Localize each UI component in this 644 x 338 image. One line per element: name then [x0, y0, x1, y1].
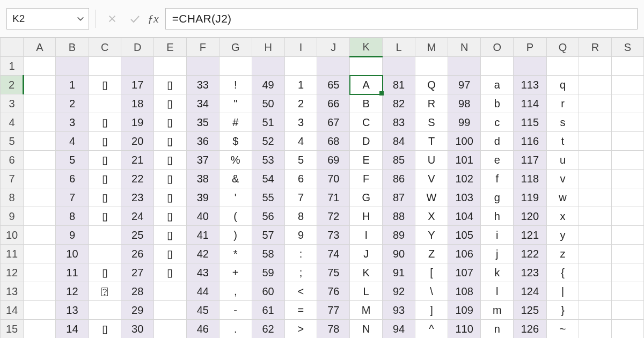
- cell[interactable]: 107: [448, 263, 480, 282]
- cell[interactable]: 23: [121, 188, 154, 207]
- cell[interactable]: m: [481, 301, 514, 320]
- cell[interactable]: ▯: [89, 132, 121, 151]
- cell[interactable]: ▯: [89, 151, 121, 170]
- cell[interactable]: [579, 245, 611, 263]
- cell[interactable]: I: [350, 226, 383, 245]
- cell[interactable]: 93: [383, 301, 415, 320]
- cell[interactable]: 119: [514, 188, 546, 207]
- cell[interactable]: 18: [121, 94, 154, 113]
- cell[interactable]: U: [415, 151, 448, 170]
- cell[interactable]: ⍰: [89, 282, 121, 301]
- cell[interactable]: [579, 188, 611, 207]
- cell[interactable]: ▯: [89, 320, 121, 339]
- select-all-corner[interactable]: [1, 38, 24, 57]
- cell[interactable]: [579, 320, 611, 339]
- cell[interactable]: [24, 207, 56, 226]
- cell[interactable]: [: [415, 263, 448, 282]
- cell[interactable]: *: [219, 245, 252, 263]
- cell[interactable]: [219, 57, 252, 76]
- cell[interactable]: [186, 57, 219, 76]
- cell[interactable]: ;: [284, 263, 317, 282]
- cell[interactable]: 70: [317, 170, 350, 188]
- cell[interactable]: l: [481, 282, 514, 301]
- cell[interactable]: 106: [448, 245, 480, 263]
- cell[interactable]: [24, 263, 56, 282]
- column-header[interactable]: A: [24, 38, 56, 57]
- cell[interactable]: c: [481, 113, 514, 132]
- cell[interactable]: [415, 57, 448, 76]
- cell[interactable]: ^: [415, 320, 448, 339]
- cell[interactable]: 28: [121, 282, 154, 301]
- cell[interactable]: Z: [415, 245, 448, 263]
- cell[interactable]: 82: [383, 94, 415, 113]
- cell[interactable]: 46: [186, 320, 219, 339]
- row-header[interactable]: 5: [1, 132, 24, 151]
- cell[interactable]: 89: [383, 226, 415, 245]
- cell[interactable]: [154, 282, 187, 301]
- cell[interactable]: 118: [514, 170, 546, 188]
- row-header[interactable]: 14: [1, 301, 24, 320]
- cell[interactable]: 87: [383, 188, 415, 207]
- cell[interactable]: 37: [186, 151, 219, 170]
- cell[interactable]: }: [546, 301, 579, 320]
- cell[interactable]: 109: [448, 301, 480, 320]
- cell[interactable]: +: [219, 263, 252, 282]
- cell[interactable]: ▯: [89, 113, 121, 132]
- column-header[interactable]: C: [89, 38, 121, 57]
- cell[interactable]: [154, 57, 187, 76]
- cell[interactable]: Q: [415, 76, 448, 94]
- cell[interactable]: z: [546, 245, 579, 263]
- cell[interactable]: 36: [186, 132, 219, 151]
- cell[interactable]: D: [350, 132, 383, 151]
- cell[interactable]: 4: [56, 132, 89, 151]
- cell[interactable]: u: [546, 151, 579, 170]
- cell[interactable]: [24, 245, 56, 263]
- cell[interactable]: 1: [56, 76, 89, 94]
- spreadsheet-grid[interactable]: ABCDEFGHIJKLMNOPQRS121▯17▯33!49165A81Q97…: [0, 38, 644, 338]
- column-header[interactable]: Q: [546, 38, 579, 57]
- cell[interactable]: 54: [252, 170, 284, 188]
- cell[interactable]: [154, 301, 187, 320]
- column-header[interactable]: B: [56, 38, 89, 57]
- cell[interactable]: [546, 57, 579, 76]
- cell[interactable]: ▯: [89, 263, 121, 282]
- cell[interactable]: [579, 113, 611, 132]
- cell[interactable]: 90: [383, 245, 415, 263]
- cell[interactable]: B: [350, 94, 383, 113]
- cell[interactable]: 27: [121, 263, 154, 282]
- cell[interactable]: y: [546, 226, 579, 245]
- row-header[interactable]: 9: [1, 207, 24, 226]
- cell[interactable]: 39: [186, 188, 219, 207]
- cell[interactable]: w: [546, 188, 579, 207]
- cell[interactable]: W: [415, 188, 448, 207]
- cell[interactable]: [611, 151, 643, 170]
- cell[interactable]: [611, 207, 643, 226]
- cell[interactable]: 68: [317, 132, 350, 151]
- cell[interactable]: e: [481, 151, 514, 170]
- cell[interactable]: 110: [448, 320, 480, 339]
- column-header[interactable]: G: [219, 38, 252, 57]
- column-header[interactable]: D: [121, 38, 154, 57]
- cell[interactable]: %: [219, 151, 252, 170]
- cell[interactable]: 40: [186, 207, 219, 226]
- row-header[interactable]: 6: [1, 151, 24, 170]
- cell[interactable]: i: [481, 226, 514, 245]
- column-header[interactable]: J: [317, 38, 350, 57]
- cell[interactable]: [579, 57, 611, 76]
- cell[interactable]: b: [481, 94, 514, 113]
- cell[interactable]: Y: [415, 226, 448, 245]
- cell[interactable]: 10: [56, 245, 89, 263]
- column-header[interactable]: O: [481, 38, 514, 57]
- cell[interactable]: 45: [186, 301, 219, 320]
- cell[interactable]: 115: [514, 113, 546, 132]
- cell[interactable]: j: [481, 245, 514, 263]
- cell[interactable]: 19: [121, 113, 154, 132]
- column-header[interactable]: R: [579, 38, 611, 57]
- cell[interactable]: 5: [56, 151, 89, 170]
- cell[interactable]: [611, 113, 643, 132]
- cell[interactable]: ▯: [89, 188, 121, 207]
- cell[interactable]: 20: [121, 132, 154, 151]
- cell[interactable]: [317, 57, 350, 76]
- cell[interactable]: ▯: [154, 132, 187, 151]
- cell[interactable]: 85: [383, 151, 415, 170]
